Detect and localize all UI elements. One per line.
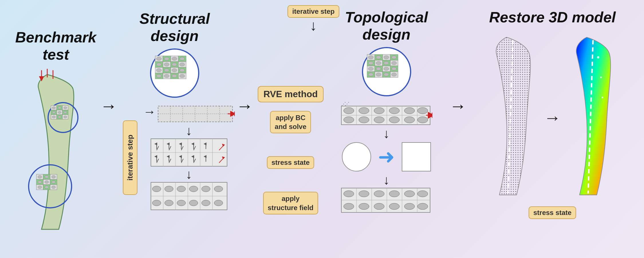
struct-vectors-svg — [150, 138, 228, 167]
svg-point-39 — [45, 186, 49, 189]
svg-point-153 — [391, 61, 397, 65]
svg-point-204 — [404, 203, 415, 210]
svg-point-40 — [52, 186, 56, 189]
svg-point-123 — [152, 200, 161, 206]
svg-point-182 — [417, 117, 428, 123]
square-shape-svg — [401, 141, 432, 173]
svg-point-21 — [64, 116, 67, 118]
restore-title: Restore 3D model — [489, 9, 616, 26]
struct-main-flow: → — [143, 100, 235, 210]
svg-point-202 — [374, 203, 384, 210]
svg-marker-82 — [234, 111, 235, 116]
benchmark-title: Benchmark test — [9, 29, 103, 63]
svg-point-34 — [52, 175, 56, 178]
svg-point-174 — [389, 108, 399, 114]
svg-point-150 — [368, 61, 373, 65]
svg-point-18 — [64, 111, 67, 114]
svg-point-185 — [342, 142, 371, 171]
svg-point-68 — [172, 69, 177, 72]
fem-blade-svg — [570, 34, 615, 201]
svg-point-121 — [202, 186, 210, 192]
gray-blade-svg — [489, 34, 535, 201]
svg-point-66 — [156, 69, 162, 72]
stress-state-1-label: stress state — [267, 156, 314, 169]
svg-point-119 — [177, 186, 186, 192]
svg-point-60 — [172, 57, 177, 60]
svg-point-17 — [58, 111, 61, 114]
right-arrow-3: → — [449, 97, 466, 115]
svg-point-65 — [180, 63, 185, 66]
svg-point-157 — [391, 67, 397, 71]
svg-point-33 — [45, 175, 49, 178]
restore-column: Restore 3D model → — [469, 9, 635, 219]
svg-point-148 — [384, 56, 389, 59]
benchmark-shape-svg — [24, 66, 87, 238]
svg-point-126 — [189, 200, 198, 206]
svg-point-209 — [597, 56, 599, 58]
svg-point-63 — [164, 63, 169, 66]
svg-point-195 — [359, 191, 369, 197]
svg-point-122 — [214, 186, 223, 192]
svg-point-196 — [374, 191, 384, 197]
svg-point-70 — [156, 74, 162, 78]
arrow-struct-to-topo: → — [236, 97, 253, 115]
svg-point-62 — [156, 63, 162, 66]
down-arrow-struct: → — [143, 104, 156, 119]
restore-arrow: → — [544, 108, 561, 128]
down-arrow-2: ↓ — [186, 123, 192, 138]
round-shape-svg — [341, 141, 372, 173]
svg-point-67 — [164, 69, 169, 72]
svg-point-117 — [152, 186, 161, 192]
svg-point-173 — [374, 108, 384, 114]
svg-point-14 — [58, 107, 61, 109]
svg-point-203 — [389, 203, 399, 210]
down-arrow-topo-1: ↓ — [383, 126, 390, 141]
svg-point-177 — [344, 117, 354, 123]
svg-point-37 — [52, 181, 56, 183]
top-iterative-label: iterative step — [287, 5, 339, 18]
svg-point-72 — [172, 74, 177, 78]
top-down-arrow: ↓ — [310, 18, 317, 33]
svg-point-154 — [368, 67, 373, 71]
svg-point-181 — [404, 117, 415, 123]
svg-point-149 — [391, 56, 397, 59]
svg-point-152 — [384, 61, 389, 65]
struct-flow: iterative step → — [115, 100, 235, 210]
struct-arrow-row: → — [143, 100, 235, 123]
svg-point-160 — [384, 73, 389, 76]
rve-column: RVE method apply BCand solve stress stat… — [255, 86, 326, 214]
svg-point-197 — [389, 191, 399, 197]
svg-point-125 — [177, 200, 186, 206]
iterative-side: iterative step — [117, 106, 143, 195]
structural-circle-svg — [149, 47, 200, 99]
svg-point-180 — [389, 117, 399, 123]
down-arrow-3: ↓ — [186, 167, 192, 182]
down-arrow-topo-2: ↓ — [383, 173, 390, 187]
svg-point-124 — [165, 200, 173, 206]
svg-point-128 — [214, 200, 223, 206]
svg-point-205 — [417, 203, 428, 210]
svg-point-32 — [38, 175, 42, 178]
svg-point-61 — [180, 57, 185, 60]
right-arrow-2: → — [236, 97, 253, 115]
svg-point-146 — [368, 56, 373, 59]
svg-point-16 — [52, 111, 56, 114]
svg-point-171 — [344, 108, 354, 114]
svg-point-19 — [52, 116, 56, 118]
benchmark-column: Benchmark test — [9, 29, 103, 238]
topological-column: Topological design — [326, 9, 447, 213]
svg-point-118 — [165, 186, 173, 192]
svg-point-36 — [45, 181, 49, 183]
svg-point-69 — [180, 69, 185, 72]
struct-bc-grid-svg — [157, 100, 235, 123]
main-container: iterative step ↓ Benchmark test — [0, 0, 644, 258]
svg-point-13 — [52, 107, 56, 109]
struct-oval-grid-svg — [150, 182, 228, 210]
svg-point-161 — [391, 73, 397, 76]
arrow-topo-to-restore: → — [449, 97, 466, 115]
svg-point-159 — [376, 73, 381, 76]
svg-point-156 — [384, 67, 389, 71]
top-iterative-step-container: iterative step ↓ — [213, 5, 414, 33]
svg-point-59 — [164, 57, 169, 60]
svg-point-71 — [164, 74, 169, 78]
